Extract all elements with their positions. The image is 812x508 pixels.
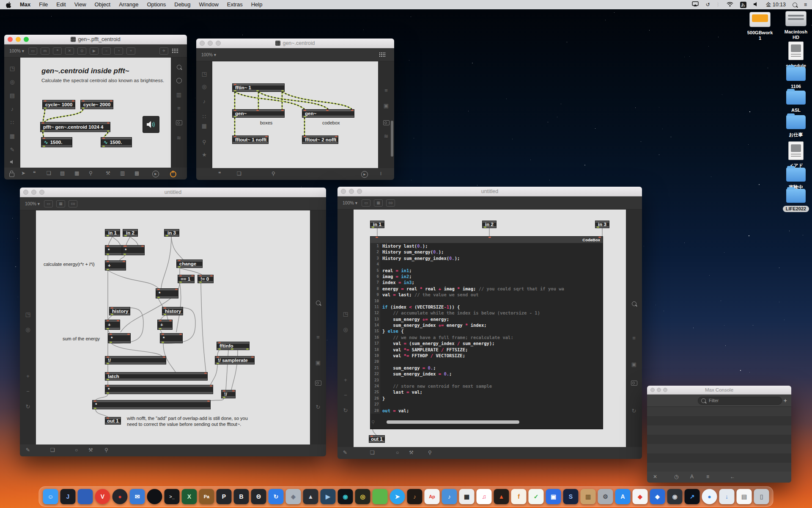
dock-app-app-s[interactable]: S bbox=[563, 489, 579, 504]
boxes-icon[interactable]: ▣ bbox=[626, 361, 642, 367]
clear-icon[interactable]: ✕ bbox=[653, 474, 657, 480]
object-box-latch[interactable]: latch bbox=[105, 372, 208, 381]
window-untitled-codebox[interactable]: untitled 100% ▾ ▭▦co ◳◎+−↻ CodeBox 1Hist… bbox=[337, 187, 642, 458]
notification-center-icon[interactable]: ≡ bbox=[804, 2, 807, 8]
dock-app-cardboard[interactable]: ▥ bbox=[581, 489, 596, 504]
audio-target-icon[interactable]: ◎ bbox=[4, 79, 20, 85]
codebox-object[interactable]: CodeBox 1History last(0.);2History sum_e… bbox=[370, 236, 603, 429]
code-icon[interactable]: co bbox=[386, 199, 395, 207]
cursor-icon[interactable]: ➤ bbox=[21, 170, 25, 176]
wrench-icon[interactable]: ⚒ bbox=[88, 447, 93, 453]
object-box-1500-[interactable]: ∿1500. bbox=[101, 137, 132, 147]
send-icon[interactable]: ✈ bbox=[159, 47, 168, 55]
dock-app-pyramid[interactable]: ▲ bbox=[303, 489, 318, 504]
run-icon[interactable]: ▶ bbox=[361, 171, 368, 178]
dock-app-dark-red-ring[interactable]: ● bbox=[112, 489, 128, 504]
filter-input[interactable] bbox=[708, 398, 765, 403]
input-source-icon[interactable]: あ bbox=[740, 2, 746, 8]
boxes-icon[interactable]: ▣ bbox=[378, 102, 394, 109]
dock-app-app-ap[interactable]: Ap bbox=[425, 489, 440, 504]
desktop-icon-1106[interactable]: 1106 bbox=[780, 67, 812, 89]
desktop-icon-お仕事[interactable]: お仕事 bbox=[780, 115, 812, 138]
rows-icon[interactable]: ▤ bbox=[4, 92, 20, 99]
dock-app-app-pa[interactable]: Pa bbox=[199, 489, 214, 504]
dock-app-blue-diamond[interactable]: ◆ bbox=[650, 489, 665, 504]
audio-target-icon[interactable]: ◎ bbox=[20, 326, 36, 333]
mixer-icon[interactable]: ≋ bbox=[378, 133, 394, 139]
dock-app-flame[interactable]: ▲ bbox=[494, 489, 509, 504]
window-gen-centroid[interactable]: gen~.centroid 100% ▾ ◳◎♪∷▦⚲★ fftin~ 1gen… bbox=[196, 39, 394, 179]
dock-arrow-icon[interactable]: ← bbox=[730, 474, 735, 480]
menu-item-options[interactable]: Options bbox=[143, 0, 170, 9]
image-icon[interactable]: ▦ bbox=[196, 123, 212, 129]
waffle-icon[interactable]: ▩ bbox=[134, 170, 139, 176]
object-box--[interactable]: * bbox=[160, 333, 183, 343]
search-icon[interactable] bbox=[310, 300, 326, 306]
spotlight-icon[interactable] bbox=[793, 3, 797, 7]
patcher-cube-icon[interactable]: ◳ bbox=[196, 71, 212, 77]
object-box-in-3[interactable]: in 3 bbox=[595, 221, 609, 228]
object-box-fftin-1[interactable]: fftin~ 1 bbox=[232, 83, 285, 92]
dock-app-app-b[interactable]: B bbox=[234, 489, 249, 504]
wrench-icon[interactable]: ⚒ bbox=[106, 170, 110, 176]
object-box-change[interactable]: change bbox=[176, 260, 203, 268]
dock-app-piano[interactable]: ▦ bbox=[459, 489, 475, 504]
dock-app-finder[interactable]: ☺ bbox=[43, 489, 58, 504]
desktop-icon-macintosh-hd[interactable]: Macintosh HD bbox=[780, 11, 812, 40]
object-box--[interactable]: * bbox=[105, 385, 213, 394]
object-box--[interactable]: !/ bbox=[105, 356, 166, 364]
midi-note-icon[interactable]: ♪ bbox=[4, 106, 20, 112]
patcher-canvas[interactable]: CodeBox 1History last(0.);2History sum_e… bbox=[354, 210, 626, 447]
cable-icon[interactable]: ⚲ bbox=[104, 447, 108, 453]
menu-item-arrange[interactable]: Arrange bbox=[115, 0, 143, 9]
dock-app-teal-ring[interactable]: ◉ bbox=[338, 489, 353, 504]
object-box-out-1[interactable]: out 1 bbox=[105, 417, 121, 425]
object-box-1500-[interactable]: ∿1500. bbox=[41, 137, 72, 147]
dock-app-terminal[interactable]: >_ bbox=[165, 489, 180, 504]
desktop-icon-asl[interactable]: ASL bbox=[780, 91, 812, 113]
window-max-console[interactable]: Max Console + ✕◷A≡← bbox=[647, 386, 791, 482]
filter-field[interactable] bbox=[698, 397, 782, 405]
dock-app-camera[interactable]: ◉ bbox=[667, 489, 683, 504]
object-box-fftout-1-nofft[interactable]: fftout~ 1 nofft bbox=[232, 135, 269, 144]
bars-icon[interactable]: ▤ bbox=[60, 170, 65, 176]
menu-item-view[interactable]: View bbox=[70, 0, 91, 9]
comment-icon[interactable]: ❝ bbox=[53, 47, 62, 55]
menu-item-object[interactable]: Object bbox=[91, 0, 115, 9]
object-box-in-1[interactable]: in 1 bbox=[370, 221, 384, 228]
dock-app-appstore[interactable]: A bbox=[615, 489, 631, 504]
font-size-icon[interactable]: A bbox=[690, 474, 694, 480]
template-icon[interactable]: ▭ bbox=[44, 200, 53, 207]
add-object-icon[interactable]: + bbox=[126, 47, 135, 55]
snapshot-icon[interactable] bbox=[378, 120, 394, 127]
grid-icon[interactable] bbox=[172, 48, 178, 54]
object-box-in-2[interactable]: in 2 bbox=[482, 221, 497, 228]
object-box-fftinfo[interactable]: fftinfo bbox=[217, 342, 250, 350]
lock-icon[interactable] bbox=[9, 170, 14, 178]
snapshot-icon[interactable] bbox=[171, 120, 187, 127]
dock-app-play-blue[interactable]: ▶ bbox=[321, 489, 336, 504]
object-box-history[interactable]: history bbox=[162, 307, 183, 315]
grid-small-icon[interactable]: ▦ bbox=[74, 170, 79, 176]
codebox-hscrollbar[interactable] bbox=[387, 420, 519, 424]
circle-icon[interactable]: ○ bbox=[75, 447, 78, 453]
object-box--samplerate[interactable]: !/ samplerate bbox=[215, 356, 255, 364]
minus-box-icon[interactable]: − bbox=[102, 47, 111, 55]
dock-app-gray-cube[interactable]: ◈ bbox=[286, 489, 301, 504]
refresh-icon[interactable]: ↻ bbox=[310, 404, 326, 410]
cable-icon[interactable]: ⚲ bbox=[272, 171, 275, 177]
object-box--[interactable]: * bbox=[108, 333, 131, 343]
time-machine-icon[interactable]: ↺ bbox=[705, 2, 710, 8]
menu-item-max[interactable]: Max bbox=[16, 0, 35, 9]
dock-app-green-creature[interactable] bbox=[373, 489, 388, 504]
layers-icon[interactable]: ❏ bbox=[50, 447, 55, 453]
dock-app-blue-sphere[interactable] bbox=[78, 489, 93, 504]
zoom-in-icon[interactable]: + bbox=[337, 377, 354, 383]
dock-app-settings[interactable]: ⚙ bbox=[598, 489, 613, 504]
dock-app-yellow-ring[interactable]: ◎ bbox=[355, 489, 370, 504]
dial-icon[interactable]: ◔ bbox=[114, 47, 123, 55]
title-bar[interactable]: untitled bbox=[20, 188, 326, 197]
cable-icon[interactable]: ⚲ bbox=[89, 170, 93, 176]
object-box-in-3[interactable]: in 3 bbox=[164, 229, 179, 237]
menu-item-help[interactable]: Help bbox=[247, 0, 267, 9]
